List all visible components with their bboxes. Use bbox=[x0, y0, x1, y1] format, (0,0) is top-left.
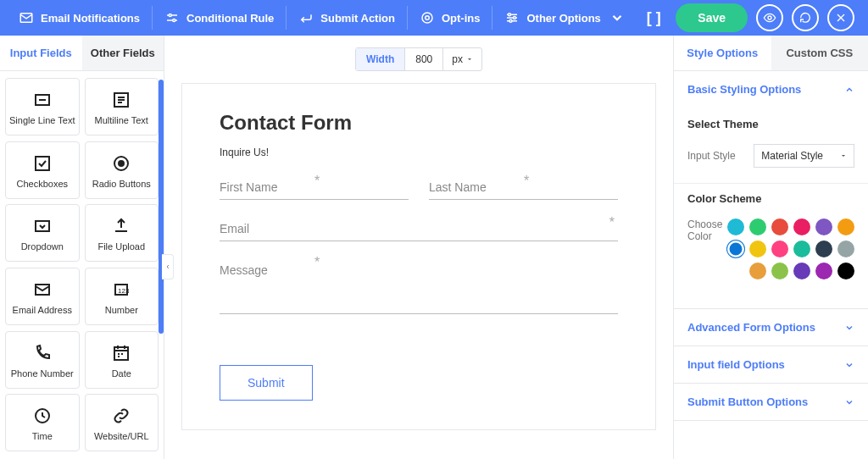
toolbar-left: Email Notifications Conditional Rule Sub… bbox=[7, 6, 637, 30]
svg-point-5 bbox=[509, 14, 511, 16]
chevron-left-icon bbox=[164, 262, 171, 272]
field-phone-number[interactable]: Phone Number bbox=[5, 331, 80, 389]
top-toolbar: Email Notifications Conditional Rule Sub… bbox=[0, 0, 868, 36]
preview-button[interactable] bbox=[756, 4, 783, 31]
color-swatch[interactable] bbox=[749, 218, 766, 235]
conditional-rule-menu[interactable]: Conditional Rule bbox=[153, 6, 287, 30]
accordion-header-basic[interactable]: Basic Styling Options bbox=[674, 71, 868, 108]
width-label: Width bbox=[356, 48, 404, 70]
field-single-line-text[interactable]: Single Line Text bbox=[5, 78, 80, 135]
return-icon bbox=[298, 10, 314, 25]
color-swatch[interactable] bbox=[771, 218, 788, 235]
accordion-title: Advanced Form Options bbox=[687, 321, 815, 334]
color-swatch[interactable] bbox=[837, 263, 854, 279]
color-swatch[interactable] bbox=[837, 218, 854, 235]
svg-point-7 bbox=[509, 19, 512, 22]
shortcode-button[interactable]: [ ] bbox=[640, 4, 667, 31]
section-color-scheme: Color Scheme bbox=[687, 192, 854, 205]
field-label: Checkboxes bbox=[16, 179, 68, 189]
field-time[interactable]: Time bbox=[5, 394, 80, 451]
collapse-left-panel[interactable] bbox=[162, 254, 174, 279]
field-multiline-text[interactable]: Multiline Text bbox=[85, 78, 159, 135]
color-swatch[interactable] bbox=[749, 241, 766, 257]
fields-grid: Single Line Text Multiline Text Checkbox… bbox=[0, 71, 164, 459]
accordion-header-submit-button[interactable]: Submit Button Options bbox=[674, 384, 868, 420]
submit-action-menu[interactable]: Submit Action bbox=[287, 6, 408, 30]
field-label: Message bbox=[220, 263, 618, 282]
svg-point-1 bbox=[169, 14, 171, 17]
upload-icon bbox=[111, 216, 131, 236]
tab-style-options[interactable]: Style Options bbox=[674, 36, 771, 70]
field-website-url[interactable]: Website/URL bbox=[85, 394, 159, 451]
other-options-menu[interactable]: Other Options bbox=[492, 6, 636, 30]
clock-icon bbox=[32, 406, 53, 426]
form-preview[interactable]: Contact Form Inquire Us! *First Name *La… bbox=[181, 83, 656, 430]
tab-other-fields[interactable]: Other Fields bbox=[82, 36, 164, 70]
toolbar-right: [ ] Save bbox=[640, 3, 854, 32]
color-swatch[interactable] bbox=[727, 218, 744, 235]
required-asterisk: * bbox=[524, 174, 529, 189]
color-swatch[interactable] bbox=[727, 241, 744, 257]
color-swatch[interactable] bbox=[837, 241, 854, 257]
color-swatch[interactable] bbox=[815, 218, 832, 235]
field-date[interactable]: Date bbox=[85, 331, 159, 389]
accordion-header-advanced[interactable]: Advanced Form Options bbox=[674, 309, 868, 346]
number-icon: 123 bbox=[111, 279, 131, 300]
field-radio-buttons[interactable]: Radio Buttons bbox=[85, 141, 159, 199]
close-button[interactable] bbox=[827, 4, 854, 31]
field-checkboxes[interactable]: Checkboxes bbox=[5, 141, 80, 199]
field-label: Single Line Text bbox=[9, 115, 75, 125]
color-swatch[interactable] bbox=[771, 263, 788, 279]
svg-rect-14 bbox=[36, 221, 49, 231]
color-swatch[interactable] bbox=[771, 241, 788, 257]
left-tabs: Input Fields Other Fields bbox=[0, 36, 164, 71]
field-number[interactable]: 123Number bbox=[85, 268, 159, 325]
required-asterisk: * bbox=[609, 215, 615, 230]
input-style-select[interactable]: Material Style bbox=[754, 144, 854, 168]
field-dropdown[interactable]: Dropdown bbox=[5, 204, 80, 262]
accordion-title: Basic Styling Options bbox=[687, 83, 801, 96]
form-field-email[interactable]: *Email bbox=[220, 222, 618, 241]
canvas-width-control: Width 800 px bbox=[355, 47, 482, 71]
tab-custom-css[interactable]: Custom CSS bbox=[771, 36, 869, 70]
dropdown-icon bbox=[32, 216, 53, 236]
unit-label: px bbox=[452, 53, 463, 65]
right-tabs: Style Options Custom CSS bbox=[674, 36, 868, 71]
color-swatch[interactable] bbox=[793, 241, 810, 257]
width-unit-select[interactable]: px bbox=[442, 48, 481, 70]
accordion-header-input-field[interactable]: Input field Options bbox=[674, 346, 868, 383]
svg-point-6 bbox=[514, 17, 516, 19]
svg-point-8 bbox=[768, 16, 771, 19]
field-label: File Upload bbox=[97, 241, 145, 252]
form-field-message[interactable]: *Message bbox=[220, 263, 618, 318]
email-notifications-menu[interactable]: Email Notifications bbox=[7, 6, 153, 30]
tab-input-fields[interactable]: Input Fields bbox=[0, 36, 82, 70]
color-swatch[interactable] bbox=[793, 218, 810, 235]
form-submit-button[interactable]: Submit bbox=[220, 365, 313, 401]
message-textarea[interactable] bbox=[220, 282, 618, 314]
save-button[interactable]: Save bbox=[676, 3, 748, 32]
canvas-area: Width 800 px Contact Form Inquire Us! *F… bbox=[164, 36, 673, 459]
color-swatch[interactable] bbox=[793, 263, 810, 279]
field-label: Email bbox=[220, 222, 618, 241]
color-swatch[interactable] bbox=[815, 241, 832, 257]
close-icon bbox=[834, 11, 848, 25]
color-swatch[interactable] bbox=[815, 263, 832, 279]
form-field-last-name[interactable]: *Last Name bbox=[429, 180, 618, 200]
field-email-address[interactable]: Email Address bbox=[5, 268, 80, 325]
left-scrollbar[interactable] bbox=[159, 80, 164, 334]
input-style-label: Input Style bbox=[687, 150, 736, 162]
text-multiline-icon bbox=[111, 90, 131, 110]
form-field-first-name[interactable]: *First Name bbox=[220, 180, 409, 200]
accordion-basic-styling: Basic Styling Options Select Theme Input… bbox=[674, 71, 868, 309]
field-file-upload[interactable]: File Upload bbox=[85, 204, 159, 262]
menu-label: Other Options bbox=[526, 12, 600, 25]
form-subtitle: Inquire Us! bbox=[220, 147, 618, 158]
width-value[interactable]: 800 bbox=[404, 48, 442, 70]
right-panel: Style Options Custom CSS Basic Styling O… bbox=[673, 36, 868, 459]
color-swatch[interactable] bbox=[749, 263, 766, 279]
optins-menu[interactable]: Opt-ins bbox=[408, 6, 493, 30]
svg-point-13 bbox=[119, 161, 124, 166]
svg-point-2 bbox=[173, 19, 175, 22]
refresh-button[interactable] bbox=[792, 4, 819, 31]
